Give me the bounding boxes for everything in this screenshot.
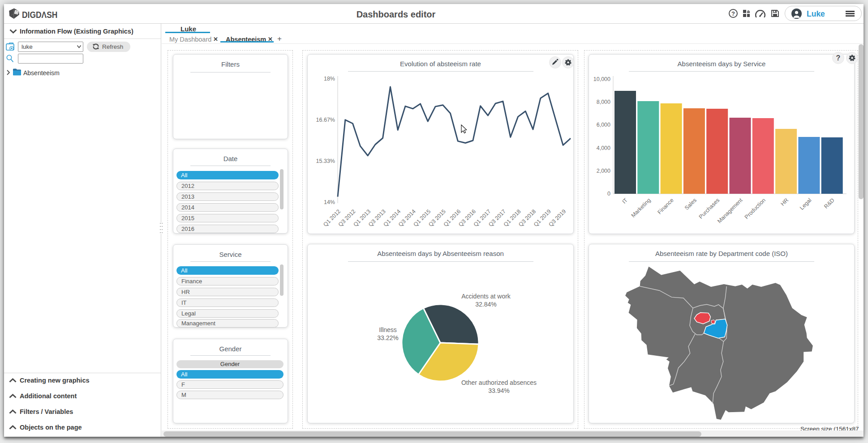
svg-text:HR: HR: [780, 197, 790, 207]
svg-text:0: 0: [607, 191, 610, 197]
svg-text:15.33%: 15.33%: [316, 158, 335, 164]
svg-text:33.22%: 33.22%: [377, 334, 398, 341]
svg-text:14%: 14%: [324, 199, 335, 205]
svg-text:Other authorized absences: Other authorized absences: [461, 379, 537, 386]
svg-text:Management: Management: [716, 197, 744, 225]
svg-text:Illness: Illness: [379, 326, 397, 333]
svg-text:32.84%: 32.84%: [475, 301, 496, 308]
svg-text:Sales: Sales: [683, 197, 698, 211]
svg-text:33.94%: 33.94%: [488, 387, 509, 394]
svg-text:R&D: R&D: [823, 197, 836, 210]
svg-text:Marketing: Marketing: [630, 197, 652, 219]
svg-text:IT: IT: [621, 197, 629, 205]
svg-text:8,000: 8,000: [597, 99, 610, 105]
svg-text:18%: 18%: [324, 76, 335, 82]
svg-text:2,000: 2,000: [597, 168, 610, 174]
svg-text:4,000: 4,000: [597, 145, 610, 151]
svg-text:10,000: 10,000: [593, 76, 610, 82]
svg-text:Finance: Finance: [656, 197, 675, 215]
svg-text:16.67%: 16.67%: [316, 117, 335, 123]
svg-text:Accidents at work: Accidents at work: [461, 293, 511, 300]
svg-text:Production: Production: [743, 197, 767, 220]
svg-text:6,000: 6,000: [597, 122, 610, 128]
svg-text:Legal: Legal: [799, 197, 813, 211]
svg-text:Purchases: Purchases: [698, 197, 721, 220]
